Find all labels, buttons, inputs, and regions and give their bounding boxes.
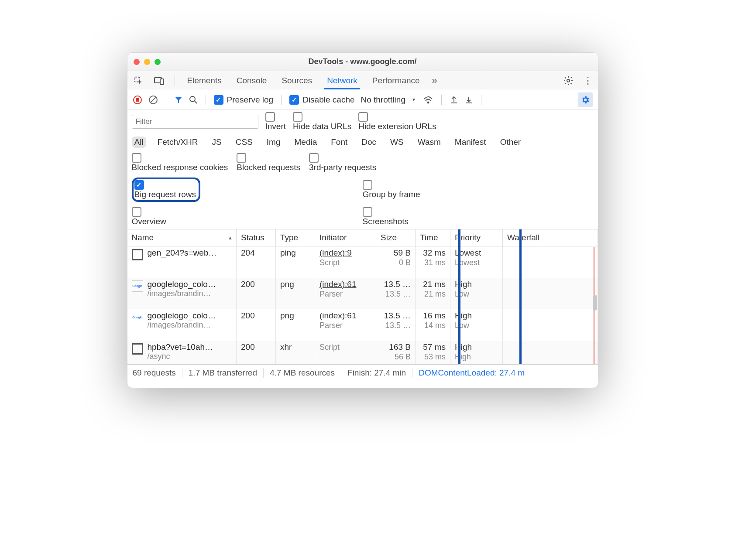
settings-icon[interactable] [563,75,574,86]
third-party-checkbox[interactable]: 3rd-party requests [309,153,376,172]
disable-cache-label: Disable cache [302,95,354,105]
preserve-log-checkbox[interactable]: Preserve log [214,95,274,105]
titlebar: DevTools - www.google.com/ [127,53,598,71]
clear-button[interactable] [148,95,158,105]
svg-rect-2 [160,79,164,85]
extra-filters: Blocked response cookies Blocked request… [127,150,598,175]
type-fetch-xhr[interactable]: Fetch/XHR [155,137,201,148]
throttling-select[interactable]: No throttling [361,95,417,105]
tab-network[interactable]: Network [324,72,360,89]
network-table: Name Status Type Initiator Size Time Pri… [127,229,598,364]
filter-icon[interactable] [174,96,183,104]
table-row[interactable]: hpba?vet=10ah…/async200xhrScript163 B56 … [127,341,598,365]
col-waterfall[interactable]: Waterfall [503,229,598,246]
resource-placeholder-icon [132,249,143,260]
tab-performance[interactable]: Performance [370,72,422,89]
blocked-requests-checkbox[interactable]: Blocked requests [237,153,300,172]
preserve-log-label: Preserve log [227,95,274,105]
kebab-menu-icon[interactable]: ⋮ [583,75,593,86]
download-har-icon[interactable] [464,96,473,104]
hide-data-urls-checkbox[interactable]: Hide data URLs [293,112,351,131]
panel-tabs: Elements Console Sources Network Perform… [127,71,598,90]
record-button[interactable] [133,95,142,105]
google-favicon-icon: Google [132,312,143,323]
col-type[interactable]: Type [276,229,315,246]
col-time[interactable]: Time [416,229,450,246]
filter-input[interactable] [132,115,258,129]
hide-extension-urls-checkbox[interactable]: Hide extension URLs [358,112,436,131]
inspect-element-icon[interactable] [133,75,144,86]
minimize-window-icon[interactable] [144,59,150,65]
screenshots-checkbox[interactable]: Screenshots [363,207,409,226]
status-dcl: DOMContentLoaded: 27.4 m [412,368,525,378]
type-font[interactable]: Font [328,137,350,148]
type-wasm[interactable]: Wasm [415,137,443,148]
window-title: DevTools - www.google.com/ [308,57,416,66]
svg-point-8 [190,96,195,102]
svg-point-10 [427,102,429,103]
initiator-link[interactable]: (index):61 [319,311,357,320]
svg-line-9 [195,101,197,103]
type-ws[interactable]: WS [388,137,406,148]
col-size[interactable]: Size [376,229,416,246]
type-other[interactable]: Other [498,137,524,148]
table-row[interactable]: gen_204?s=web…204ping(index):9Script59 B… [127,246,598,278]
status-bar: 69 requests 1.7 MB transferred 4.7 MB re… [127,364,598,381]
more-tabs-icon[interactable]: » [432,75,437,86]
status-transferred: 1.7 MB transferred [182,368,264,378]
search-icon[interactable] [189,96,198,104]
initiator-link[interactable]: (index):9 [319,248,352,257]
close-window-icon[interactable] [134,59,140,65]
type-doc[interactable]: Doc [359,137,379,148]
type-css[interactable]: CSS [233,137,255,148]
type-manifest[interactable]: Manifest [452,137,489,148]
upload-har-icon[interactable] [450,96,458,104]
svg-rect-5 [136,98,139,102]
svg-line-7 [151,97,156,102]
tab-elements[interactable]: Elements [185,72,224,89]
col-name[interactable]: Name [127,229,237,246]
status-finish: Finish: 27.4 min [341,368,412,378]
resource-placeholder-icon [132,343,143,355]
col-priority[interactable]: Priority [450,229,503,246]
network-settings-icon[interactable] [578,92,593,107]
maximize-window-icon[interactable] [155,59,161,65]
overview-checkbox[interactable]: Overview [132,207,166,226]
status-requests: 69 requests [133,368,182,378]
device-toolbar-icon[interactable] [154,75,165,86]
big-request-rows-checkbox[interactable]: Big request rows [134,180,196,199]
google-favicon-icon: Google [132,280,143,292]
type-media[interactable]: Media [292,137,320,148]
scrollbar-thumb[interactable] [593,295,597,311]
col-initiator[interactable]: Initiator [315,229,376,246]
type-all[interactable]: All [132,137,146,148]
devtools-window: DevTools - www.google.com/ Elements Cons… [127,52,598,388]
resource-type-filter: All Fetch/XHR JS CSS Img Media Font Doc … [127,134,598,150]
table-row[interactable]: Googlegooglelogo_colo…/images/brandin…20… [127,278,598,309]
tab-sources[interactable]: Sources [279,72,315,89]
svg-point-3 [567,79,570,82]
invert-checkbox[interactable]: Invert [265,112,286,131]
type-img[interactable]: Img [264,137,283,148]
table-row[interactable]: Googlegooglelogo_colo…/images/brandin…20… [127,309,598,341]
filter-row: Invert Hide data URLs Hide extension URL… [127,109,598,134]
network-toolbar: Preserve log Disable cache No throttling [127,90,598,109]
status-resources: 4.7 MB resources [264,368,341,378]
group-by-frame-checkbox[interactable]: Group by frame [363,180,420,199]
type-js[interactable]: JS [210,137,224,148]
blocked-cookies-checkbox[interactable]: Blocked response cookies [132,153,228,172]
tab-console[interactable]: Console [234,72,270,89]
network-conditions-icon[interactable] [423,96,433,104]
disable-cache-checkbox[interactable]: Disable cache [289,95,354,105]
col-status[interactable]: Status [237,229,276,246]
initiator-link[interactable]: (index):61 [319,280,357,289]
